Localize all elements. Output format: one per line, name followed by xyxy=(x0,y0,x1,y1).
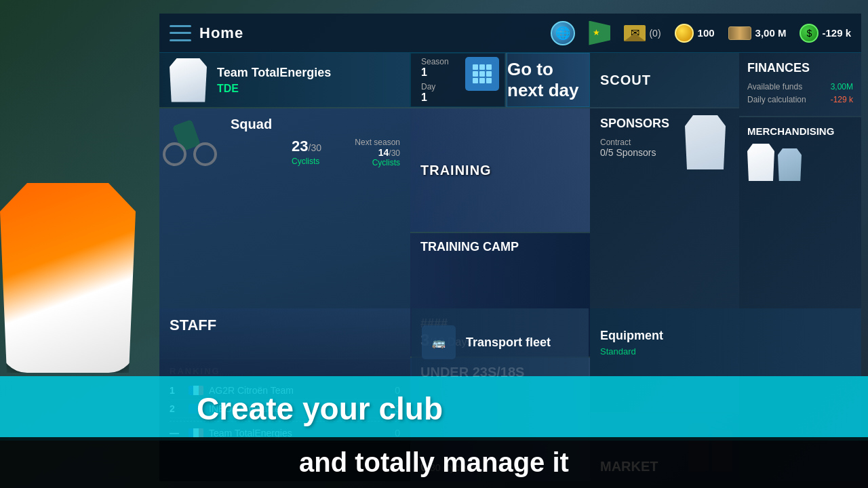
season-value: 1 xyxy=(421,66,427,79)
mail-section[interactable]: ✉ (0) xyxy=(624,25,660,41)
bottom-cyan-bar: Create your club xyxy=(0,376,868,441)
team-abbr: TDE xyxy=(217,83,399,95)
equipment-card[interactable]: Equipment Standard xyxy=(590,308,861,376)
scout-card[interactable]: SCOUT xyxy=(590,53,739,107)
top-nav: Home 🌐 ✉ (0) 100 3,00 M $ -129 k xyxy=(159,14,861,53)
finances-available-value: 3,00M xyxy=(831,82,853,92)
training-title: TRAINING xyxy=(420,163,492,178)
transport-title: Transport fleet xyxy=(466,336,551,350)
finances-daily-label: Daily calculation xyxy=(747,95,806,104)
equipment-title: Equipment xyxy=(600,329,851,343)
finances-daily: Daily calculation -129 k xyxy=(747,95,853,104)
merchandising-title: MERCHANDISING xyxy=(747,125,853,137)
merch-jersey-1 xyxy=(747,144,774,181)
cyclist-bg xyxy=(163,108,224,190)
staff-title: STAFF xyxy=(170,317,216,334)
merch-items xyxy=(747,144,853,181)
sponsors-jersey xyxy=(685,115,732,176)
coin-section: 100 xyxy=(675,24,715,43)
top-action-row: Season 1 Day 1 Go to next day xyxy=(410,53,590,107)
nav-right: 🌐 ✉ (0) 100 3,00 M $ -129 k xyxy=(551,21,851,45)
finances-available: Available funds 3,00M xyxy=(747,82,853,92)
daily-value: -129 k xyxy=(822,27,851,39)
go-next-day-button[interactable]: Go to next day xyxy=(507,53,590,107)
coin-icon xyxy=(675,24,694,43)
money-value: 3,00 M xyxy=(755,27,787,39)
transport-card[interactable]: 🚌 Transport fleet xyxy=(412,308,589,376)
training-camp-title: TRAINING CAMP xyxy=(420,240,519,254)
mail-count: (0) xyxy=(649,28,660,39)
staff-card[interactable]: STAFF xyxy=(159,308,410,376)
training-card[interactable]: TRAINING xyxy=(410,108,590,232)
money-icon xyxy=(728,26,751,40)
transport-icon: 🚌 xyxy=(422,325,456,359)
globe-icon[interactable]: 🌐 xyxy=(551,21,575,45)
day-value: 1 xyxy=(421,92,427,104)
season-day-box: Season 1 Day 1 xyxy=(410,53,505,107)
finances-card[interactable]: FINANCES Available funds 3,00M Daily cal… xyxy=(739,53,861,116)
squad-current: 23/30 Cyclists xyxy=(292,138,350,167)
bottom-overlay: Create your club and totally manage it xyxy=(0,380,868,488)
bottom-line1: Create your club xyxy=(197,390,443,427)
team-name: Team TotalEnergies xyxy=(217,66,399,80)
merch-jersey-2 xyxy=(778,148,802,181)
day-label: Day xyxy=(421,82,435,92)
squad-title: Squad xyxy=(231,117,400,132)
bottom-line2: and totally manage it xyxy=(299,447,569,478)
team-info: Team TotalEnergies TDE xyxy=(217,66,399,95)
finances-available-label: Available funds xyxy=(747,82,802,92)
money-section: 3,00 M xyxy=(728,26,787,40)
season-label: Season xyxy=(421,57,449,66)
finances-daily-value: -129 k xyxy=(831,95,853,104)
bookmark-icon[interactable] xyxy=(589,21,610,45)
coin-value: 100 xyxy=(698,27,715,39)
bottom-dark-bar: and totally manage it xyxy=(0,437,868,488)
jersey-decoration xyxy=(0,183,163,400)
scout-title: SCOUT xyxy=(600,73,651,88)
page-title: Home xyxy=(199,24,551,42)
squad-next-season: Next season 14/30 Cyclists xyxy=(350,138,400,167)
menu-icon[interactable] xyxy=(170,25,191,41)
calendar-icon xyxy=(465,57,499,91)
finances-title: FINANCES xyxy=(747,61,853,75)
daily-icon: $ xyxy=(800,24,818,43)
team-header[interactable]: Team TotalEnergies TDE xyxy=(159,53,410,107)
mail-icon: ✉ xyxy=(624,25,646,41)
team-jersey xyxy=(170,58,207,102)
equipment-level: Standard xyxy=(600,346,851,357)
daily-section: $ -129 k xyxy=(800,24,851,43)
